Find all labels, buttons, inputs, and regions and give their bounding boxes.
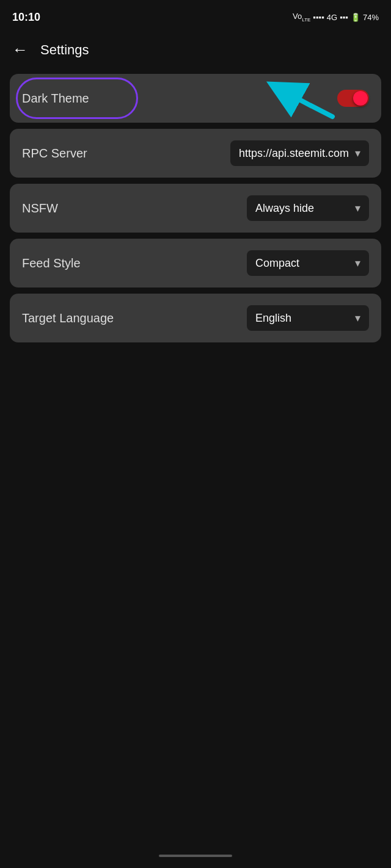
chevron-down-icon: ▾ bbox=[355, 146, 360, 160]
feed-style-label: Feed Style bbox=[22, 256, 81, 270]
back-button[interactable]: ← bbox=[12, 40, 28, 59]
settings-list: Dark Theme RPC Server https://api.steemi… bbox=[0, 68, 391, 349]
battery-icon: 🔋 bbox=[351, 13, 360, 22]
bottom-nav-indicator bbox=[159, 855, 232, 857]
status-icons: VoLTE ▪▪▪▪ 4G ▪▪▪ 🔋 74% bbox=[293, 12, 379, 23]
lte-icon: VoLTE bbox=[293, 12, 310, 23]
rpc-server-card: RPC Server https://api.steemit.com ▾ bbox=[10, 129, 381, 178]
page-header: ← Settings bbox=[0, 32, 391, 68]
nsfw-value: Always hide bbox=[255, 202, 314, 215]
chevron-down-icon: ▾ bbox=[355, 256, 360, 270]
chevron-down-icon: ▾ bbox=[355, 201, 360, 215]
target-language-card: Target Language English ▾ bbox=[10, 294, 381, 342]
signal-bars2-icon: ▪▪▪ bbox=[340, 13, 348, 22]
battery-percent: 74% bbox=[363, 13, 379, 22]
nsfw-card: NSFW Always hide ▾ bbox=[10, 184, 381, 233]
status-bar: 10:10 VoLTE ▪▪▪▪ 4G ▪▪▪ 🔋 74% bbox=[0, 0, 391, 32]
nsfw-label: NSFW bbox=[22, 201, 58, 215]
dark-theme-toggle[interactable] bbox=[337, 90, 369, 107]
feed-style-card: Feed Style Compact ▾ bbox=[10, 239, 381, 288]
annotation-arrow bbox=[235, 80, 345, 120]
nsfw-dropdown[interactable]: Always hide ▾ bbox=[247, 195, 369, 221]
network-4g-icon: 4G bbox=[327, 13, 337, 22]
chevron-down-icon: ▾ bbox=[355, 311, 360, 325]
rpc-server-value: https://api.steemit.com bbox=[239, 147, 349, 160]
target-language-dropdown[interactable]: English ▾ bbox=[247, 305, 369, 331]
feed-style-value: Compact bbox=[255, 257, 299, 270]
toggle-knob bbox=[353, 91, 368, 106]
status-time: 10:10 bbox=[12, 11, 40, 24]
page-title: Settings bbox=[40, 42, 89, 58]
toggle-track bbox=[337, 90, 369, 107]
rpc-server-dropdown[interactable]: https://api.steemit.com ▾ bbox=[230, 140, 369, 166]
rpc-server-label: RPC Server bbox=[22, 146, 87, 161]
signal-bars-icon: ▪▪▪▪ bbox=[313, 13, 324, 22]
feed-style-dropdown[interactable]: Compact ▾ bbox=[247, 250, 369, 276]
dark-theme-label: Dark Theme bbox=[22, 92, 89, 106]
target-language-label: Target Language bbox=[22, 311, 114, 325]
dark-theme-card: Dark Theme bbox=[10, 74, 381, 123]
target-language-value: English bbox=[255, 312, 291, 325]
